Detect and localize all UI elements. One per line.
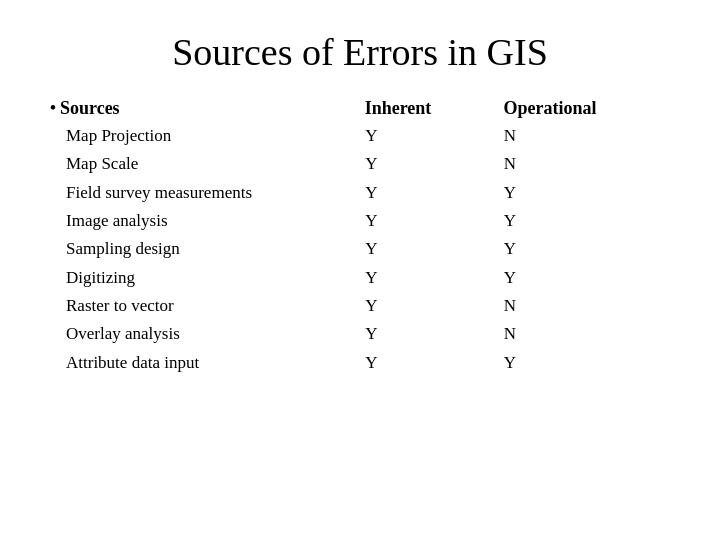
cell-inherent: Y bbox=[365, 180, 504, 206]
cell-inherent: Y bbox=[365, 151, 504, 177]
cell-source: Field survey measurements bbox=[50, 180, 365, 206]
bullet-icon: • bbox=[50, 98, 56, 118]
cell-operational: Y bbox=[504, 236, 670, 262]
page: Sources of Errors in GIS • Sources Inher… bbox=[0, 0, 720, 540]
cell-operational: N bbox=[504, 321, 670, 347]
table-row: Map Scale Y N bbox=[50, 151, 670, 177]
cell-source: Overlay analysis bbox=[50, 321, 365, 347]
table-row: Digitizing Y Y bbox=[50, 265, 670, 291]
cell-operational: Y bbox=[504, 180, 670, 206]
cell-source: Sampling design bbox=[50, 236, 365, 262]
table: • Sources Inherent Operational Map Proje… bbox=[50, 98, 670, 378]
table-body: Map Projection Y N Map Scale Y N Field s… bbox=[50, 123, 670, 378]
cell-operational: N bbox=[504, 123, 670, 149]
cell-inherent: Y bbox=[365, 293, 504, 319]
table-row: Attribute data input Y Y bbox=[50, 350, 670, 376]
cell-inherent: Y bbox=[365, 265, 504, 291]
cell-inherent: Y bbox=[365, 208, 504, 234]
cell-source: Digitizing bbox=[50, 265, 365, 291]
table-row: Sampling design Y Y bbox=[50, 236, 670, 262]
cell-inherent: Y bbox=[365, 321, 504, 347]
cell-source: Raster to vector bbox=[50, 293, 365, 319]
cell-operational: N bbox=[504, 151, 670, 177]
table-row: Field survey measurements Y Y bbox=[50, 180, 670, 206]
header-operational: Operational bbox=[503, 98, 670, 119]
cell-operational: Y bbox=[504, 265, 670, 291]
table-header-row: • Sources Inherent Operational bbox=[50, 98, 670, 119]
cell-inherent: Y bbox=[365, 350, 504, 376]
cell-inherent: Y bbox=[365, 123, 504, 149]
cell-source: Map Projection bbox=[50, 123, 365, 149]
cell-operational: Y bbox=[504, 350, 670, 376]
cell-operational: Y bbox=[504, 208, 670, 234]
cell-source: Image analysis bbox=[50, 208, 365, 234]
cell-operational: N bbox=[504, 293, 670, 319]
cell-inherent: Y bbox=[365, 236, 504, 262]
page-title: Sources of Errors in GIS bbox=[50, 30, 670, 74]
table-row: Map Projection Y N bbox=[50, 123, 670, 149]
header-sources: • Sources bbox=[50, 98, 365, 119]
cell-source: Attribute data input bbox=[50, 350, 365, 376]
header-inherent: Inherent bbox=[365, 98, 504, 119]
cell-source: Map Scale bbox=[50, 151, 365, 177]
table-row: Image analysis Y Y bbox=[50, 208, 670, 234]
table-row: Raster to vector Y N bbox=[50, 293, 670, 319]
table-row: Overlay analysis Y N bbox=[50, 321, 670, 347]
